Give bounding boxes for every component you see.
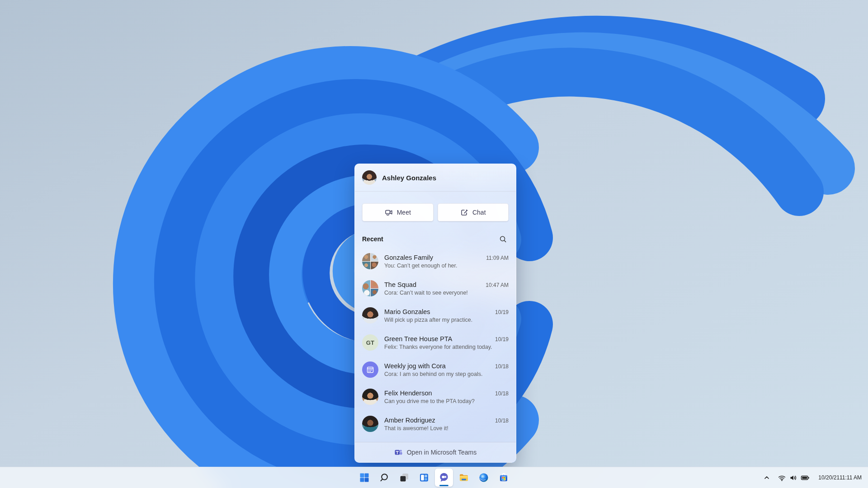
- calendar-icon: [366, 366, 374, 374]
- conversation-preview: Can you drive me to the PTA today?: [384, 398, 509, 404]
- store-icon: [498, 472, 509, 483]
- conversation-preview: That is awesome! Love it!: [384, 425, 509, 432]
- tray-date: 10/20/21: [818, 474, 840, 481]
- taskbar: 10/20/21 11:11 AM: [0, 467, 868, 488]
- conversation-avatar: [362, 307, 378, 324]
- conversation-name: The Squad: [384, 281, 416, 288]
- compose-icon: [460, 208, 468, 216]
- conversation-text: Gonzales Family11:09 AMYou: Can’t get en…: [384, 254, 509, 269]
- meet-button[interactable]: Meet: [362, 203, 434, 221]
- search-icon[interactable]: [497, 233, 509, 245]
- user-avatar: [362, 170, 377, 185]
- conversation-avatar: [362, 280, 378, 296]
- active-app-indicator: [439, 485, 448, 486]
- edge-icon: [478, 472, 489, 483]
- conversation-text: Amber Rodriguez10/18That is awesome! Lov…: [384, 417, 509, 432]
- flyout-header: Ashley Gonzales: [355, 164, 516, 192]
- conversation-name: Amber Rodriguez: [384, 417, 435, 424]
- conversation-text: Felix Henderson10/18Can you drive me to …: [384, 389, 509, 404]
- taskbar-widgets-button[interactable]: [415, 469, 433, 487]
- conversation-preview: You: Can’t get enough of her.: [384, 263, 509, 269]
- tray-time: 11:11 AM: [840, 474, 862, 481]
- open-in-teams-label: Open in Microsoft Teams: [407, 449, 477, 456]
- conversation-time: 10:47 AM: [486, 282, 509, 288]
- conversation-row[interactable]: Mario Gonzales10/19Will pick up pizza af…: [355, 302, 516, 329]
- conversation-avatar: [362, 361, 378, 378]
- conversation-time: 10/18: [495, 390, 509, 397]
- taskbar-start-button[interactable]: [355, 469, 373, 487]
- taskbar-store-button[interactable]: [495, 469, 513, 487]
- windows-logo-icon: [359, 472, 370, 483]
- battery-icon: [801, 474, 810, 482]
- conversation-row[interactable]: Gonzales Family11:09 AMYou: Can’t get en…: [355, 248, 516, 275]
- conversation-avatar: GT: [362, 334, 378, 351]
- conversation-text: Mario Gonzales10/19Will pick up pizza af…: [384, 308, 509, 323]
- video-camera-icon: [385, 208, 393, 216]
- tray-chevron-button[interactable]: [760, 469, 774, 487]
- tray-status-cluster[interactable]: [774, 469, 814, 487]
- widgets-icon: [419, 472, 429, 483]
- chat-button-label: Chat: [472, 209, 486, 216]
- taskbar-chat-button[interactable]: [435, 469, 453, 487]
- recent-list: Gonzales Family11:09 AMYou: Can’t get en…: [355, 248, 516, 437]
- conversation-name: Green Tree House PTA: [384, 335, 452, 343]
- conversation-preview: Felix: Thanks everyone for attending tod…: [384, 344, 509, 350]
- conversation-time: 10/19: [495, 336, 509, 343]
- conversation-row[interactable]: Weekly jog with Cora10/18Cora: I am so b…: [355, 356, 516, 383]
- conversation-preview: Cora: Can’t wait to see everyone!: [384, 290, 509, 296]
- conversation-time: 10/18: [495, 363, 509, 370]
- conversation-time: 10/19: [495, 309, 509, 315]
- conversation-avatar: [362, 416, 378, 432]
- conversation-time: 10/18: [495, 418, 509, 424]
- conversation-name: Gonzales Family: [384, 254, 433, 261]
- conversation-name: Weekly jog with Cora: [384, 362, 446, 370]
- search-icon: [379, 472, 390, 483]
- wifi-icon: [778, 474, 786, 482]
- taskbar-file-explorer-button[interactable]: [455, 469, 473, 487]
- open-in-teams-button[interactable]: Open in Microsoft Teams: [355, 442, 516, 462]
- system-tray: 10/20/21 11:11 AM: [760, 467, 866, 488]
- chevron-up-icon: [763, 474, 770, 481]
- taskbar-search-button[interactable]: [375, 469, 393, 487]
- conversation-row[interactable]: GTGreen Tree House PTA10/19Felix: Thanks…: [355, 329, 516, 356]
- teams-logo-icon: [394, 448, 403, 457]
- conversation-name: Mario Gonzales: [384, 308, 430, 315]
- conversation-avatar: [362, 253, 378, 269]
- conversation-avatar: [362, 389, 378, 405]
- volume-icon: [789, 474, 797, 482]
- conversation-text: The Squad10:47 AMCora: Can’t wait to see…: [384, 281, 509, 296]
- conversation-preview: Will pick up pizza after my practice.: [384, 317, 509, 323]
- task-view-icon: [399, 472, 410, 483]
- meet-button-label: Meet: [397, 209, 411, 216]
- taskbar-task-view-button[interactable]: [395, 469, 413, 487]
- conversation-preview: Cora: I am so behind on my step goals.: [384, 371, 509, 377]
- conversation-text: Weekly jog with Cora10/18Cora: I am so b…: [384, 362, 509, 377]
- conversation-text: Green Tree House PTA10/19Felix: Thanks e…: [384, 335, 509, 350]
- recent-heading: Recent: [362, 235, 383, 243]
- chat-button[interactable]: Chat: [438, 203, 509, 221]
- conversation-row[interactable]: Felix Henderson10/18Can you drive me to …: [355, 383, 516, 410]
- teams-chat-icon: [438, 472, 450, 483]
- avatar-initials: GT: [366, 339, 375, 346]
- conversation-row[interactable]: Amber Rodriguez10/18That is awesome! Lov…: [355, 410, 516, 437]
- tray-clock[interactable]: 10/20/21 11:11 AM: [814, 469, 866, 487]
- taskbar-edge-button[interactable]: [475, 469, 493, 487]
- conversation-row[interactable]: The Squad10:47 AMCora: Can’t wait to see…: [355, 275, 516, 302]
- conversation-time: 11:09 AM: [486, 255, 509, 261]
- teams-chat-flyout: Ashley Gonzales Meet Chat Recent: [354, 164, 516, 463]
- file-explorer-icon: [458, 472, 469, 483]
- user-name: Ashley Gonzales: [382, 174, 436, 182]
- conversation-name: Felix Henderson: [384, 389, 432, 397]
